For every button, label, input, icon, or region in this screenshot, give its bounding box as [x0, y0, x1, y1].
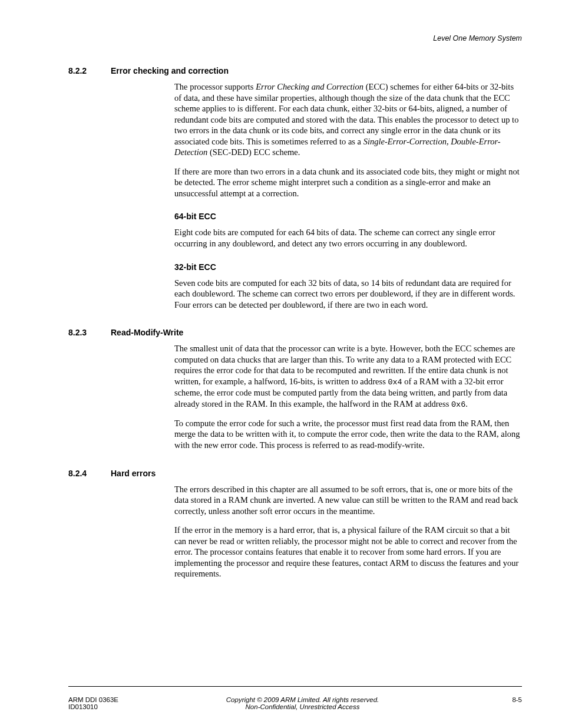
section-heading-row: 8.2.4 Hard errors	[68, 469, 522, 478]
section-body: The errors described in this chapter are…	[174, 484, 522, 579]
footer-center: Copyright © 2009 ARM Limited. All rights…	[118, 696, 487, 710]
section-8-2-3: 8.2.3 Read-Modify-Write The smallest uni…	[68, 328, 522, 450]
paragraph: If there are more than two errors in a d…	[174, 166, 522, 199]
section-title: Read-Modify-Write	[111, 328, 183, 337]
section-body: The smallest unit of data that the proce…	[174, 343, 522, 450]
text: .	[465, 399, 468, 409]
paragraph: If the error in the memory is a hard err…	[174, 525, 522, 579]
section-number: 8.2.3	[68, 328, 111, 337]
paragraph: To compute the error code for such a wri…	[174, 418, 522, 451]
doc-id: ARM DDI 0363E	[68, 696, 118, 703]
page: Level One Memory System 8.2.2 Error chec…	[0, 0, 562, 728]
doc-subid: ID013010	[68, 703, 118, 710]
footer-right: 8-5	[487, 696, 522, 703]
confidentiality: Non-Confidential, Unrestricted Access	[118, 703, 487, 710]
footer-rule	[68, 686, 522, 687]
running-head: Level One Memory System	[68, 34, 522, 42]
text: The processor supports	[174, 82, 256, 91]
footer: ARM DDI 0363E ID013010 Copyright © 2009 …	[68, 696, 522, 710]
section-number: 8.2.4	[68, 469, 111, 478]
section-body: The processor supports Error Checking an…	[174, 81, 522, 310]
italic-term: Error Checking and Correction	[256, 82, 363, 91]
text: (SEC-DED) ECC scheme.	[207, 147, 300, 157]
section-8-2-4: 8.2.4 Hard errors The errors described i…	[68, 469, 522, 579]
section-heading-row: 8.2.2 Error checking and correction	[68, 66, 522, 75]
paragraph: The errors described in this chapter are…	[174, 484, 522, 517]
section-number: 8.2.2	[68, 66, 111, 75]
code-literal: 0x6	[451, 400, 465, 409]
section-title: Error checking and correction	[111, 66, 229, 75]
section-heading-row: 8.2.3 Read-Modify-Write	[68, 328, 522, 337]
footer-left: ARM DDI 0363E ID013010	[68, 696, 118, 710]
paragraph: Seven code bits are computed for each 32…	[174, 278, 522, 311]
paragraph: The processor supports Error Checking an…	[174, 81, 522, 158]
paragraph: The smallest unit of data that the proce…	[174, 343, 522, 410]
section-title: Hard errors	[111, 469, 156, 478]
code-literal: 0x4	[388, 378, 402, 387]
page-number: 8-5	[487, 696, 522, 703]
paragraph: Eight code bits are computed for each 64…	[174, 227, 522, 249]
section-8-2-2: 8.2.2 Error checking and correction The …	[68, 66, 522, 310]
copyright: Copyright © 2009 ARM Limited. All rights…	[118, 696, 487, 703]
subheading-64bit: 64-bit ECC	[174, 212, 522, 221]
subheading-32bit: 32-bit ECC	[174, 262, 522, 272]
